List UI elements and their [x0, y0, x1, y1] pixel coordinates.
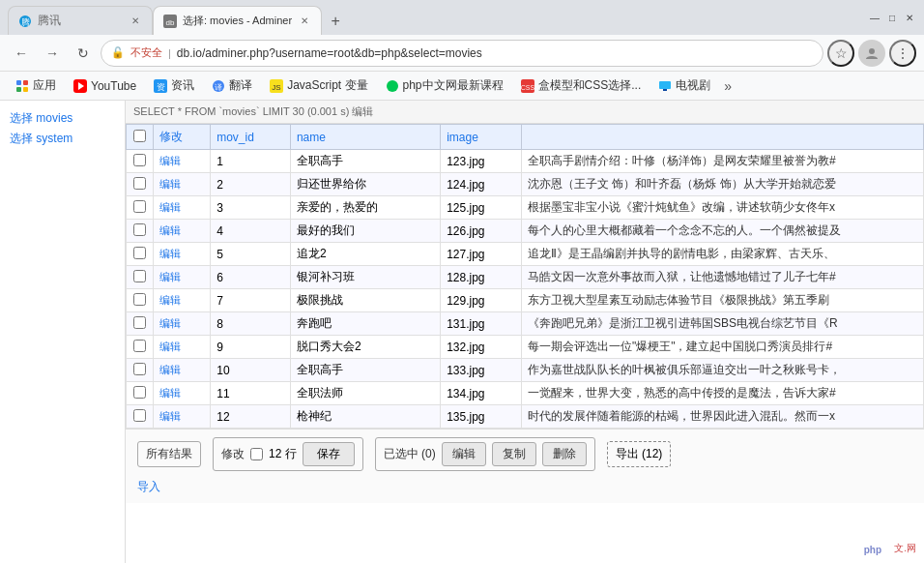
tab2-label: 选择: movies - Adminer: [183, 14, 292, 28]
sidebar-link-system[interactable]: 选择 system: [4, 129, 121, 149]
row-name-cell: 脱口秀大会2: [290, 336, 440, 359]
sidebar-link-movies[interactable]: 选择 movies: [4, 108, 121, 129]
delete-button[interactable]: 删除: [542, 442, 587, 466]
row-checkbox[interactable]: [133, 409, 146, 422]
profile-button[interactable]: [858, 40, 885, 67]
svg-text:CSS: CSS: [521, 84, 534, 91]
all-results-label: 所有结果: [146, 446, 192, 462]
row-edit-cell: 编辑: [154, 289, 211, 312]
row-checkbox[interactable]: [133, 363, 146, 375]
header-name[interactable]: name: [290, 125, 440, 150]
row-check-cell: [127, 405, 154, 429]
import-link[interactable]: 导入: [137, 480, 160, 493]
row-name-cell: 亲爱的，热爱的: [290, 196, 440, 220]
main-content: SELECT * FROM `movies` LIMIT 30 (0.001 s…: [126, 101, 924, 563]
bookmark-php[interactable]: php中文网最新课程: [378, 75, 511, 96]
address-bar[interactable]: 🔓 不安全 | db.io/adminer.php?username=root&…: [101, 40, 823, 67]
content-scroll[interactable]: SELECT * FROM `movies` LIMIT 30 (0.001 s…: [126, 101, 924, 563]
row-check-cell: [127, 266, 154, 289]
row-check-cell: [127, 173, 154, 196]
row-checkbox[interactable]: [133, 177, 146, 190]
bookmark-apps[interactable]: 应用: [8, 75, 64, 96]
tab-adminer[interactable]: db 选择: movies - Adminer ✕: [153, 6, 322, 35]
edit-link[interactable]: 编辑: [159, 248, 181, 259]
bookmark-translate[interactable]: 译 翻译: [204, 75, 260, 96]
row-checkbox[interactable]: [133, 270, 146, 282]
header-desc: [521, 125, 923, 150]
row-checkbox[interactable]: [133, 293, 146, 306]
edit-link[interactable]: 编辑: [159, 317, 181, 329]
bookmark-js-label: JavaScript 变量: [287, 77, 367, 94]
bottom-controls: 所有结果 修改 12 行 保存 已选中 (0) 编辑 复制 删除: [126, 429, 924, 503]
row-name-cell: 归还世界给你: [290, 173, 440, 196]
row-checkbox[interactable]: [133, 316, 146, 329]
more-bookmarks[interactable]: »: [724, 78, 732, 94]
bookmark-button[interactable]: ☆: [827, 40, 854, 67]
row-check-cell: [127, 312, 154, 336]
row-checkbox[interactable]: [133, 154, 146, 166]
data-table: 修改 mov_id name image 编辑 1 全职高手 123.jpg 全…: [126, 124, 924, 429]
minimize-button[interactable]: —: [868, 11, 881, 24]
edit-link[interactable]: 编辑: [159, 271, 181, 282]
modify-label: 修改: [221, 446, 245, 462]
svg-text:资: 资: [157, 82, 165, 92]
row-checkbox[interactable]: [133, 386, 146, 399]
edit-link[interactable]: 编辑: [159, 387, 181, 399]
selected-label: 已选中 (0): [384, 446, 436, 462]
edit-link[interactable]: 编辑: [159, 178, 181, 190]
bookmark-news[interactable]: 资 资讯: [146, 75, 202, 96]
bookmark-tv[interactable]: 电视剧: [650, 75, 718, 96]
rows-count: 12 行: [269, 446, 297, 462]
bookmark-youtube[interactable]: YouTube: [66, 77, 144, 95]
tab-tencent[interactable]: 腾 腾讯 ✕: [8, 6, 153, 35]
table-row: 编辑 1 全职高手 123.jpg 全职高手剧情介绍：叶修（杨洋饰）是网友荣耀里…: [127, 150, 924, 173]
row-checkbox[interactable]: [133, 223, 146, 236]
new-tab-button[interactable]: +: [322, 8, 349, 35]
header-check[interactable]: [127, 125, 154, 150]
maximize-button[interactable]: □: [885, 11, 899, 24]
table-row: 编辑 10 全职高手 133.jpg 作为嘉世战队队长的叶枫被俱乐部逼迫交出一叶…: [127, 359, 924, 382]
adminer-favicon: db: [163, 15, 177, 28]
row-checkbox[interactable]: [133, 247, 146, 259]
row-edit-cell: 编辑: [154, 220, 211, 243]
forward-button[interactable]: →: [39, 40, 66, 67]
row-id-cell: 2: [211, 173, 291, 196]
menu-button[interactable]: ⋮: [889, 40, 916, 67]
save-button[interactable]: 保存: [303, 442, 355, 466]
tab1-close[interactable]: ✕: [129, 15, 142, 28]
copy-button[interactable]: 复制: [492, 442, 536, 466]
tab2-close[interactable]: ✕: [298, 15, 311, 28]
edit-link[interactable]: 编辑: [159, 341, 181, 352]
edit-link[interactable]: 编辑: [159, 224, 181, 236]
header-mov-id[interactable]: mov_id: [211, 125, 291, 150]
edit-button[interactable]: 编辑: [442, 442, 486, 466]
select-all-checkbox[interactable]: [133, 130, 146, 142]
edit-link[interactable]: 编辑: [159, 410, 181, 422]
row-image-cell: 126.jpg: [441, 220, 522, 243]
row-image-cell: 123.jpg: [441, 150, 522, 173]
header-image[interactable]: image: [441, 125, 522, 150]
row-desc-cell: 追龙Ⅱ》是王晶编剧并执导的剧情电影，由梁家辉、古天乐、: [521, 243, 923, 266]
edit-link[interactable]: 编辑: [159, 294, 181, 306]
row-image-cell: 127.jpg: [441, 243, 522, 266]
news-icon: 资: [154, 79, 167, 93]
row-name-cell: 极限挑战: [290, 289, 440, 312]
row-name-cell: 追龙2: [290, 243, 440, 266]
bookmark-tv-label: 电视剧: [676, 77, 710, 94]
row-checkbox[interactable]: [133, 340, 146, 352]
row-name-cell: 全职高手: [290, 359, 440, 382]
bookmark-css[interactable]: CSS 盒模型和CSS选择...: [513, 75, 650, 96]
bookmark-js[interactable]: JS JavaScript 变量: [262, 75, 375, 96]
edit-link[interactable]: 编辑: [159, 155, 181, 166]
svg-rect-20: [659, 81, 671, 89]
rows-checkbox[interactable]: [250, 448, 263, 460]
row-edit-cell: 编辑: [154, 382, 211, 405]
close-button[interactable]: ✕: [903, 11, 916, 24]
row-checkbox[interactable]: [133, 200, 146, 213]
row-image-cell: 128.jpg: [441, 266, 522, 289]
tencent-favicon: 腾: [18, 15, 32, 28]
back-button[interactable]: ←: [8, 40, 35, 67]
refresh-button[interactable]: ↻: [70, 40, 97, 67]
edit-link[interactable]: 编辑: [159, 201, 181, 213]
edit-link[interactable]: 编辑: [159, 364, 181, 375]
